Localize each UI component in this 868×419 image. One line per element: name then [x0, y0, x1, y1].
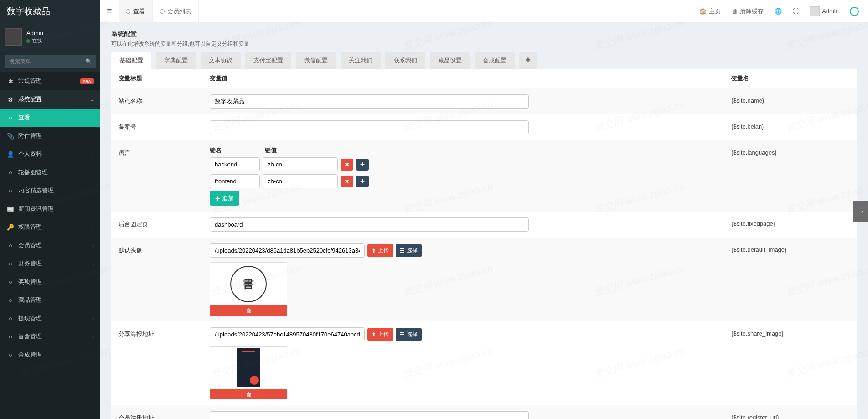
sidebar-item-label: 内容精选管理 [18, 186, 54, 195]
select-share-button[interactable]: ☰选择 [396, 328, 422, 341]
config-tab[interactable]: 字典配置 [156, 52, 196, 69]
ring-icon [6, 260, 15, 267]
sidebar-item[interactable]: 新闻资讯管理 [0, 200, 100, 218]
menu-search: 🔍 [0, 51, 100, 72]
top-tab[interactable]: 查看 [119, 0, 153, 22]
clear-cache-button[interactable]: 清除缓存 [726, 0, 769, 22]
chevron-left-icon: ‹ [92, 334, 94, 339]
sidebar-item[interactable]: 盲盒管理‹ [0, 327, 100, 346]
row-beian: 备案号 {$site.beian} [111, 114, 857, 140]
remove-kv-button[interactable]: ✖ [341, 176, 353, 187]
kv-key-input[interactable] [210, 174, 260, 188]
row-fixed-page: 后台固定页 {$site.fixedpage} [111, 212, 857, 238]
sidebar-item[interactable]: 系统配置‹⌄ [0, 90, 100, 109]
config-tab[interactable]: 合成配置 [475, 52, 515, 69]
home-link[interactable]: 主页 [694, 0, 726, 22]
sidebar-item[interactable]: 藏品管理‹ [0, 291, 100, 309]
delete-avatar-button[interactable] [210, 305, 287, 316]
trash-icon [246, 307, 252, 314]
upload-icon: ⬆ [372, 248, 376, 254]
kv-value-input[interactable] [263, 157, 338, 171]
sidebar-item[interactable]: 财务管理‹ [0, 254, 100, 273]
user-status: 在线 [26, 37, 43, 44]
admin-menu[interactable]: Admin [804, 0, 844, 22]
sidebar-toggle-button[interactable]: → [852, 201, 868, 222]
chevron-left-icon: ‹ [92, 151, 94, 157]
avatar [5, 28, 22, 46]
main: ☰ 查看会员列表 主页 清除缓存 Admin 系统配置 可以在此增改系统的变量和… [100, 0, 868, 419]
sidebar-item[interactable]: 查看 [0, 109, 100, 127]
online-dot-icon [26, 39, 30, 43]
language-button[interactable] [769, 0, 787, 22]
config-tab[interactable]: 微信配置 [296, 52, 336, 69]
chevron-left-icon: ‹ [92, 316, 94, 321]
sidebar-item-label: 附件管理 [18, 132, 42, 140]
config-tab[interactable]: 基础配置 [111, 52, 151, 69]
input-fixed-page[interactable] [210, 217, 529, 232]
input-register-url[interactable] [210, 411, 529, 419]
search-icon[interactable]: 🔍 [85, 58, 92, 65]
sidebar-item[interactable]: 个人资料‹ [0, 145, 100, 163]
avatar-icon [810, 6, 820, 16]
sidebar-item-label: 奖项管理 [18, 278, 42, 286]
chevron-left-icon: ‹ [92, 261, 94, 266]
sidebar-item[interactable]: 权限管理‹ [0, 218, 100, 236]
ring-icon [126, 9, 130, 14]
menu: 常规管理new系统配置‹⌄查看附件管理‹个人资料‹轮播图管理内容精选管理新闻资讯… [0, 72, 100, 419]
kv-value-input[interactable] [263, 174, 338, 188]
form-header: 变量标题 变量值 变量名 [111, 69, 857, 88]
insert-kv-button[interactable]: ✚ [356, 159, 369, 171]
sidebar-item[interactable]: 附件管理‹ [0, 127, 100, 145]
config-tab[interactable]: 联系我们 [385, 52, 425, 69]
chevron-left-icon: ‹ [92, 224, 94, 230]
close-icon: ✖ [345, 161, 349, 168]
config-tab[interactable]: 藏品设置 [430, 52, 470, 69]
input-beian[interactable] [210, 120, 529, 134]
upload-share-button[interactable]: ⬆上传 [367, 328, 393, 341]
sidebar: 数字收藏品 Admin 在线 🔍 常规管理new系统配置‹⌄查看附件管理‹个人资… [0, 0, 100, 419]
top-tab[interactable]: 会员列表 [153, 0, 199, 22]
input-avatar-path[interactable] [210, 243, 365, 258]
input-site-name[interactable] [210, 94, 529, 109]
add-config-tab-button[interactable]: ✚ [519, 52, 537, 69]
insert-kv-button[interactable]: ✚ [356, 176, 369, 187]
upload-avatar-button[interactable]: ⬆上传 [367, 244, 393, 257]
row-share-image: 分享海报地址 ⬆上传 ☰选择 {$site.share_image} [111, 321, 857, 405]
sidebar-item[interactable]: 常规管理new [0, 72, 100, 90]
sidebar-item[interactable]: 会员管理‹ [0, 236, 100, 254]
user-name: Admin [26, 30, 43, 36]
config-tab[interactable]: 关注我们 [341, 52, 381, 69]
add-kv-button[interactable]: ✚追加 [210, 191, 239, 206]
page-header: 系统配置 可以在此增改系统的变量和分组,也可以自定义分组和变量 [100, 23, 868, 52]
select-avatar-button[interactable]: ☰选择 [396, 244, 422, 257]
sidebar-item[interactable]: 提现管理‹ [0, 309, 100, 327]
row-register-url: 会员注册地址 {$site.register_url} [111, 405, 857, 419]
sidebar-item[interactable]: 合成管理‹ [0, 346, 100, 364]
sidebar-item-label: 新闻资讯管理 [18, 205, 54, 213]
kv-row: ✖ ✚ [210, 174, 731, 188]
config-tab[interactable]: 文本协议 [201, 52, 241, 69]
fullscreen-button[interactable] [787, 0, 804, 22]
config-tabs: 基础配置字典配置文本协议支付宝配置微信配置关注我们联系我们藏品设置合成配置✚ [100, 52, 868, 69]
sidebar-item[interactable]: 内容精选管理 [0, 181, 100, 200]
close-icon: ✖ [345, 178, 349, 185]
menu-toggle-icon[interactable]: ☰ [100, 0, 119, 22]
delete-share-button[interactable] [210, 389, 287, 399]
config-tab[interactable]: 支付宝配置 [245, 52, 291, 69]
plus-icon: ✚ [215, 195, 220, 202]
kv-header: 键名 键值 [210, 146, 731, 155]
chevron-left-icon: ‹ [92, 279, 94, 285]
remove-kv-button[interactable]: ✖ [341, 159, 353, 171]
refresh-button[interactable] [844, 0, 864, 22]
sidebar-item-label: 个人资料 [18, 150, 42, 158]
sidebar-item-label: 轮播图管理 [18, 168, 48, 176]
upload-icon: ⬆ [372, 331, 376, 338]
sidebar-item-label: 权限管理 [18, 223, 42, 231]
kv-key-input[interactable] [210, 157, 260, 171]
search-input[interactable] [5, 55, 96, 68]
arrow-right-icon: → [856, 206, 865, 217]
sidebar-item[interactable]: 轮播图管理 [0, 163, 100, 181]
sidebar-item[interactable]: 奖项管理‹ [0, 273, 100, 291]
input-share-path[interactable] [210, 327, 365, 341]
ring-icon [6, 279, 15, 285]
